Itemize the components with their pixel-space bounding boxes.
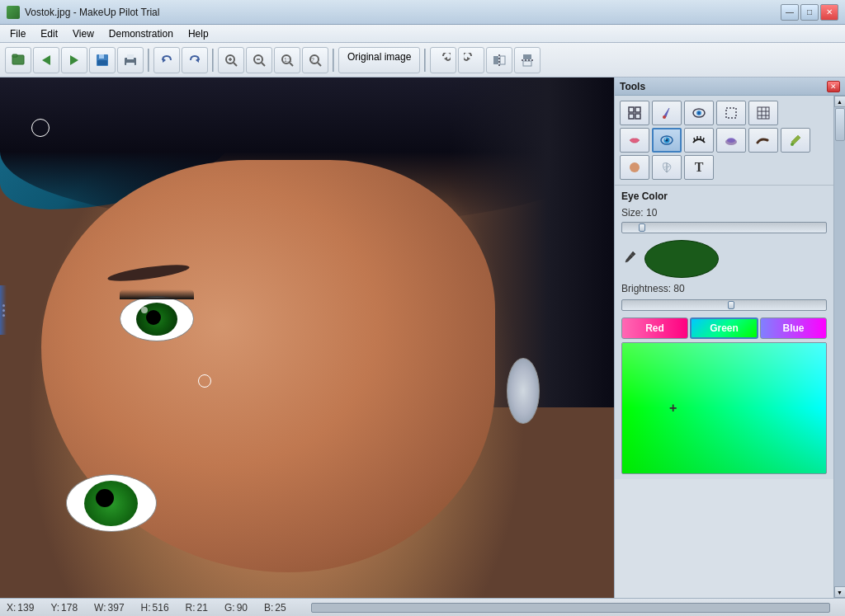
menu-help[interactable]: Help	[182, 26, 215, 41]
status-r-label: R:	[186, 602, 196, 614]
svg-rect-8	[127, 54, 134, 59]
app-icon	[7, 6, 20, 19]
toolbar-zoom-custom[interactable]: ?	[302, 47, 328, 73]
eye-bottom-pupil	[96, 489, 114, 507]
brightness-slider-thumb[interactable]	[728, 301, 734, 309]
tool-eye-select[interactable]	[684, 101, 714, 125]
maximize-button[interactable]: □	[800, 4, 819, 21]
tools-content: T Eye Color Size: 10	[615, 96, 833, 598]
svg-rect-36	[635, 114, 640, 119]
tool-feather[interactable]	[652, 155, 682, 180]
image-panel[interactable]	[0, 78, 614, 598]
scroll-track[interactable]	[834, 107, 846, 586]
scroll-thumb[interactable]	[835, 108, 845, 141]
tool-skin[interactable]	[620, 155, 649, 180]
svg-rect-42	[758, 107, 769, 119]
tools-row-3: T	[620, 155, 828, 180]
status-g-val: 90	[237, 602, 248, 614]
svg-rect-27	[493, 56, 498, 64]
toolbar-redo[interactable]	[182, 47, 208, 73]
tab-green[interactable]: Green	[690, 317, 758, 339]
status-bar: X: 139 Y: 178 W: 397 H: 516 R: 21 G: 90 …	[0, 598, 845, 616]
channel-tabs: Red Green Blue	[621, 317, 827, 339]
size-slider-thumb[interactable]	[639, 223, 645, 232]
status-r: R: 21	[186, 602, 208, 614]
tool-grid[interactable]	[620, 101, 649, 125]
toolbar-rotate-ccw[interactable]	[458, 47, 484, 73]
svg-rect-28	[500, 56, 505, 64]
brightness-row: Brightness: 80	[621, 283, 827, 294]
tool-lashes[interactable]	[684, 128, 714, 153]
tool-text[interactable]: T	[684, 155, 714, 180]
toolbar-forward[interactable]	[61, 47, 87, 73]
svg-marker-2	[42, 55, 50, 65]
svg-point-40	[698, 112, 701, 115]
tool-rect-select[interactable]	[716, 101, 746, 125]
earring	[507, 358, 540, 424]
toolbar-zoom-in[interactable]	[218, 47, 244, 73]
svg-marker-10	[163, 58, 166, 63]
tools-scrollbar[interactable]: ▲ ▼	[833, 96, 845, 598]
scroll-up-arrow[interactable]: ▲	[834, 96, 846, 107]
color-picker-gradient[interactable]: +	[621, 342, 827, 474]
status-y-label: Y:	[50, 602, 59, 614]
svg-point-50	[665, 139, 667, 140]
toolbar-zoom-fit[interactable]: 1:1	[274, 47, 300, 73]
toolbar-original-image[interactable]: Original image	[338, 47, 420, 73]
brightness-slider[interactable]	[621, 299, 827, 311]
svg-marker-3	[70, 55, 78, 65]
scroll-down-arrow[interactable]: ▼	[834, 586, 846, 598]
toolbar-undo[interactable]	[153, 47, 180, 73]
color-preview-row	[621, 240, 827, 278]
toolbar-print[interactable]	[117, 47, 144, 73]
toolbar-rotate-cw[interactable]	[430, 47, 456, 73]
tool-lips[interactable]	[620, 128, 649, 153]
minimize-button[interactable]: —	[781, 4, 799, 21]
tool-brow[interactable]	[748, 128, 778, 153]
close-button[interactable]: ✕	[820, 4, 838, 21]
status-y: Y: 178	[50, 602, 78, 614]
toolbar-flip-h[interactable]	[486, 47, 512, 73]
eyedropper-icon[interactable]	[621, 249, 638, 269]
eye-cursor-circle	[31, 119, 50, 137]
toolbar-flip-v[interactable]	[514, 47, 541, 73]
face-image	[0, 78, 614, 598]
tab-blue[interactable]: Blue	[760, 317, 827, 339]
tool-eye-color[interactable]	[652, 128, 682, 153]
toolbar-save[interactable]	[89, 47, 116, 73]
size-slider[interactable]	[621, 222, 827, 233]
status-w-label: W:	[94, 602, 106, 614]
tool-shadow[interactable]	[716, 128, 746, 153]
tools-close-button[interactable]: ✕	[827, 81, 840, 92]
tool-brush[interactable]	[652, 101, 682, 125]
eye-left-highlight	[141, 307, 148, 313]
status-x-label: X:	[7, 602, 16, 614]
toolbar-sep-1	[148, 49, 149, 72]
window-title: Vostok.jpg - MakeUp Pilot Trial	[25, 7, 159, 18]
svg-rect-35	[629, 114, 634, 119]
menu-bar: File Edit View Demonstration Help	[0, 25, 845, 43]
toolbar-sep-4	[424, 49, 426, 72]
eye-bottom-left	[66, 474, 157, 532]
svg-line-54	[703, 138, 704, 141]
svg-text:?: ?	[311, 57, 314, 63]
svg-rect-30	[523, 54, 531, 59]
tool-dropper[interactable]	[781, 128, 810, 153]
brightness-label: Brightness: 80	[621, 283, 685, 294]
toolbar-zoom-out[interactable]	[246, 47, 272, 73]
menu-demonstration[interactable]: Demonstration	[102, 26, 180, 41]
main-area: Tools ✕	[0, 78, 845, 598]
resize-handle[interactable]	[0, 285, 7, 335]
menu-edit[interactable]: Edit	[34, 26, 64, 41]
status-g-label: G:	[224, 602, 235, 614]
status-y-val: 178	[61, 602, 78, 614]
svg-marker-11	[196, 58, 199, 63]
menu-view[interactable]: View	[66, 26, 101, 41]
toolbar-back[interactable]	[33, 47, 59, 73]
menu-file[interactable]: File	[3, 26, 32, 41]
title-bar: Vostok.jpg - MakeUp Pilot Trial — □ ✕	[0, 0, 845, 25]
window-controls: — □ ✕	[781, 4, 838, 21]
tool-grid-overlay[interactable]	[748, 101, 778, 125]
toolbar-open[interactable]	[5, 47, 31, 73]
tab-red[interactable]: Red	[621, 317, 688, 339]
